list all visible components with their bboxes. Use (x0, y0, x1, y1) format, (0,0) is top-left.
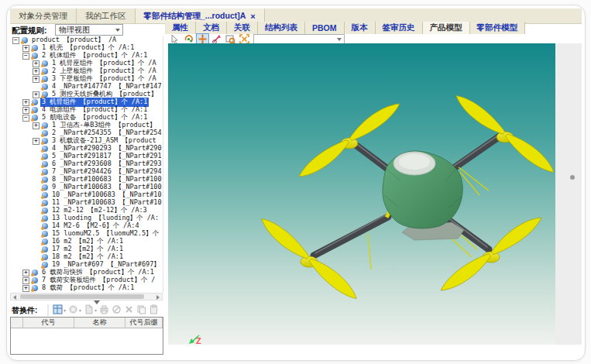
tree-node-label: 8 载荷 【product】个 /A:1 (40, 283, 136, 293)
part-icon (41, 239, 49, 246)
right-panel-strip (555, 43, 582, 345)
z-axis-label: Z (196, 336, 201, 345)
scrollbar-thumb[interactable] (20, 294, 144, 299)
tab-3[interactable]: 结构列表 (258, 22, 305, 34)
replace-view-icon (53, 304, 63, 318)
new-replace-button[interactable]: ▾ (84, 304, 97, 318)
collapse-icon[interactable]: − (22, 115, 29, 122)
tree-horizontal-scrollbar[interactable] (10, 293, 163, 300)
part-icon (31, 277, 39, 284)
add-replace-button[interactable]: ▾ (68, 304, 81, 318)
part-icon (41, 208, 49, 215)
paste-button[interactable] (149, 304, 159, 318)
splitter-dot-handle[interactable] (570, 175, 575, 180)
expand-icon[interactable]: + (22, 285, 29, 292)
replace-view-button[interactable]: ▾ (53, 304, 66, 318)
part-icon (41, 84, 49, 91)
config-rule-row: 配置规则: 物理视图 (10, 23, 165, 37)
copy-icon (136, 304, 146, 318)
part-icon (31, 270, 39, 276)
scroll-left-icon[interactable] (13, 295, 16, 300)
part-icon (31, 53, 39, 60)
table-header-row-selector[interactable] (11, 318, 23, 328)
part-icon (41, 262, 49, 269)
dropdown-caret-icon: ▾ (94, 308, 97, 313)
part-icon (31, 285, 39, 292)
delete-icon (124, 304, 134, 318)
replace-parts-toolbar: ▾▾▾ (47, 304, 159, 316)
replace-parts-table: 代号名称代号后缀 (10, 317, 163, 355)
expand-icon[interactable]: + (22, 45, 29, 52)
cancel-icon (112, 304, 122, 318)
part-icon (41, 161, 49, 168)
part-icon (41, 169, 49, 176)
part-icon (31, 107, 39, 114)
top-tab-label: 对象分类管理 (19, 11, 67, 22)
replace-parts-label: 替换件: (12, 305, 37, 316)
part-icon (41, 68, 49, 75)
part-icon (41, 91, 49, 98)
part-icon (41, 60, 49, 67)
part-icon (41, 184, 49, 191)
app-window: 对象分类管理我的工作区零部件结构管理_...roduct]A× 配置规则: 物理… (6, 5, 586, 361)
config-rule-value: 物理视图 (59, 25, 90, 36)
top-tab-0[interactable]: 对象分类管理 (10, 9, 77, 23)
collapse-icon[interactable]: − (12, 37, 19, 44)
part-icon (41, 246, 49, 253)
expand-icon[interactable]: + (33, 91, 40, 98)
add-replace-icon (68, 304, 78, 318)
tab-7[interactable]: 产品模型 (423, 22, 470, 34)
part-icon (41, 138, 49, 145)
expand-icon[interactable]: + (33, 138, 40, 145)
part-icon (41, 254, 49, 261)
config-rule-select[interactable]: 物理视图 (55, 24, 123, 36)
part-icon (41, 122, 49, 129)
part-icon (41, 76, 49, 83)
part-icon (41, 130, 49, 137)
product-structure-tree: −product 【product】 /A+1 机壳 【product】个 /A… (10, 36, 163, 293)
expand-icon[interactable]: + (33, 76, 40, 83)
browse-icon (99, 304, 109, 318)
copy-button[interactable] (136, 304, 146, 318)
table-header-代号后缀[interactable]: 代号后缀 (125, 318, 163, 328)
expand-icon[interactable]: + (33, 60, 40, 67)
tab-5[interactable]: 版本 (345, 22, 376, 34)
tab-8[interactable]: 零部件模型 (470, 22, 526, 34)
3d-viewport[interactable]: Z (168, 43, 555, 345)
part-icon (31, 99, 39, 106)
part-icon (41, 177, 49, 184)
chevron-down-icon (115, 29, 120, 32)
tab-4[interactable]: PBOM (305, 22, 345, 34)
part-icon (31, 45, 39, 52)
part-icon (41, 215, 49, 222)
table-header-名称[interactable]: 名称 (74, 318, 125, 328)
chevron-down-icon (337, 38, 342, 41)
table-header-代号[interactable]: 代号 (23, 318, 74, 328)
part-icon (41, 223, 49, 230)
collapse-icon[interactable]: − (22, 53, 29, 60)
dropdown-caret-icon: ▾ (64, 308, 66, 313)
close-tab-icon[interactable]: × (250, 12, 255, 21)
part-icon (41, 146, 49, 153)
dropdown-caret-icon: ▾ (79, 308, 81, 313)
tab-6[interactable]: 签审历史 (376, 22, 423, 34)
cancel-button[interactable] (112, 304, 122, 318)
expand-icon[interactable]: + (22, 270, 29, 276)
browse-button[interactable] (99, 304, 109, 318)
delete-button[interactable] (124, 304, 134, 318)
expand-icon[interactable]: + (22, 99, 29, 106)
tree-node[interactable]: +8 载荷 【product】个 /A:1 (10, 284, 163, 292)
screen: 对象分类管理我的工作区零部件结构管理_...roduct]A× 配置规则: 物理… (0, 0, 591, 364)
part-icon (41, 231, 49, 238)
expand-icon[interactable]: + (33, 122, 40, 129)
top-tab-label: 我的工作区 (85, 11, 126, 22)
paste-icon (149, 304, 159, 318)
part-icon (41, 153, 49, 160)
expand-icon[interactable]: + (22, 277, 29, 284)
part-icon (31, 115, 39, 122)
expand-icon[interactable]: + (22, 107, 29, 114)
scroll-right-icon[interactable] (156, 295, 160, 300)
expand-icon[interactable]: + (33, 68, 40, 75)
top-tab-1[interactable]: 我的工作区 (77, 9, 136, 23)
top-tab-label: 零部件结构管理_...roduct]A (144, 11, 246, 22)
